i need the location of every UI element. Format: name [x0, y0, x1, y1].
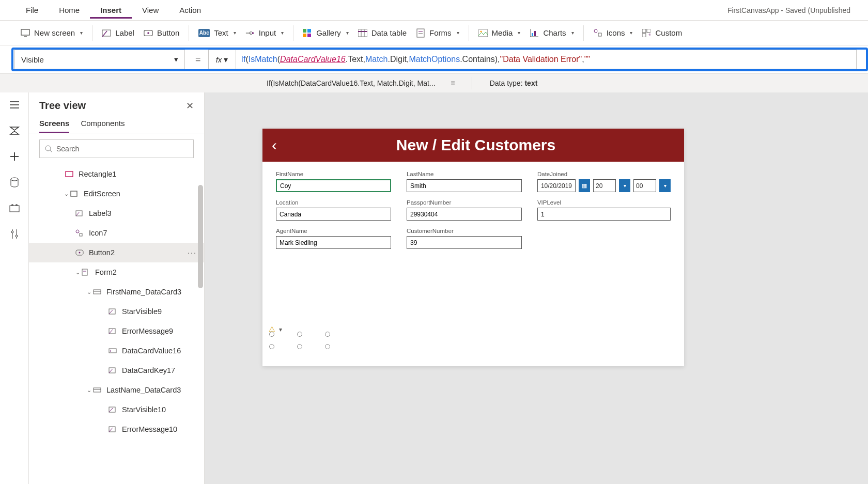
tree-node-starvisible9[interactable]: StarVisible9 — [29, 302, 204, 321]
scrollbar-thumb[interactable] — [198, 185, 203, 288]
tree-node-errormessage10[interactable]: ErrorMessage10 — [29, 419, 204, 439]
field-location: Location — [276, 199, 391, 221]
tree-node-label3[interactable]: Label3 — [29, 204, 204, 223]
custom-icon: + — [642, 28, 651, 38]
svg-point-43 — [11, 231, 13, 233]
close-pane-button[interactable]: ✕ — [186, 100, 194, 112]
calendar-icon[interactable]: ▦ — [579, 179, 590, 192]
caret-icon[interactable]: ⌄ — [85, 387, 93, 394]
tab-screens[interactable]: Screens — [39, 115, 69, 133]
forms-button[interactable]: Forms ▾ — [416, 28, 459, 38]
new-screen-button[interactable]: New screen ▾ — [21, 28, 83, 38]
resize-handle[interactable] — [297, 344, 302, 349]
gallery-button[interactable]: Gallery ▾ — [303, 28, 349, 38]
lastname-input[interactable] — [407, 179, 522, 192]
menu-view[interactable]: View — [132, 2, 169, 19]
caret-icon[interactable]: ⌄ — [62, 191, 70, 197]
icons-button[interactable]: Icons ▾ — [593, 28, 633, 38]
passport-input[interactable] — [407, 208, 522, 221]
node-type-icon — [75, 249, 86, 256]
insert-rail-button[interactable] — [7, 149, 22, 164]
tree-node-errormessage9[interactable]: ErrorMessage9 — [29, 321, 204, 341]
menu-insert[interactable]: Insert — [90, 2, 132, 19]
tree-node-datacardvalue16[interactable]: DataCardValue16 — [29, 341, 204, 361]
resize-handle[interactable] — [297, 332, 302, 337]
app-title: FirstCanvasApp - Saved (Unpublished — [727, 6, 853, 14]
input-btn-label: Input — [259, 28, 276, 37]
resize-handle[interactable] — [269, 344, 274, 349]
resize-handle[interactable] — [325, 332, 330, 337]
hour-select[interactable]: 20 — [593, 179, 616, 192]
tree-node-rectangle1[interactable]: Rectangle1 — [29, 164, 204, 184]
formula-input[interactable]: If(IsMatch(DataCardValue16.Text, Match.D… — [236, 50, 857, 69]
media-rail-button[interactable] — [7, 201, 22, 215]
design-canvas[interactable]: ‹ New / Edit Customers FirstName LastNam… — [205, 92, 868, 484]
tab-components[interactable]: Components — [81, 115, 125, 133]
resize-handle[interactable] — [325, 344, 330, 349]
search-input[interactable]: Search — [39, 139, 194, 158]
tree-node-starvisible10[interactable]: StarVisible10 — [29, 400, 204, 419]
media-icon — [478, 28, 488, 38]
svg-line-72 — [109, 428, 113, 432]
node-label: FirstName_DataCard3 — [106, 288, 181, 296]
menu-action[interactable]: Action — [169, 2, 211, 19]
custom-button[interactable]: + Custom — [642, 28, 682, 38]
tree-node-editscreen[interactable]: ⌄EditScreen — [29, 184, 204, 204]
tree-node-form2[interactable]: ⌄Form2 — [29, 262, 204, 282]
node-type-icon — [109, 426, 119, 432]
text-button[interactable]: Abc Text ▾ — [198, 28, 236, 37]
menu-home[interactable]: Home — [49, 2, 90, 19]
custnum-input[interactable] — [407, 236, 522, 249]
svg-line-60 — [109, 310, 113, 314]
node-label: DataCardValue16 — [122, 347, 181, 355]
node-label: DataCardKey17 — [122, 366, 175, 374]
advanced-rail-button[interactable] — [7, 227, 22, 241]
node-type-icon — [82, 269, 92, 276]
node-label: ErrorMessage9 — [122, 327, 173, 335]
svg-line-70 — [109, 408, 113, 412]
node-type-icon — [93, 387, 103, 393]
field-datejoined: DateJoined 10/20/2019 ▦ 20 ▾ 00 ▾ — [537, 171, 671, 192]
property-dropdown[interactable]: Visible ▾ — [14, 50, 185, 69]
viplevel-input[interactable] — [537, 208, 671, 221]
svg-line-50 — [76, 212, 80, 216]
menu-file[interactable]: File — [16, 2, 49, 19]
tree-node-datacardkey17[interactable]: DataCardKey17 — [29, 361, 204, 380]
tree-node-lastname_datacard3[interactable]: ⌄LastName_DataCard3 — [29, 380, 204, 400]
selection-rect[interactable] — [272, 334, 328, 347]
svg-point-44 — [16, 235, 18, 237]
firstname-input[interactable] — [276, 179, 391, 192]
svg-point-40 — [16, 205, 17, 206]
svg-line-62 — [109, 330, 113, 334]
menu-bar: File Home Insert View Action FirstCanvas… — [0, 0, 868, 21]
tree-node-icon7[interactable]: Icon7 — [29, 223, 204, 243]
minute-select[interactable]: 00 — [633, 179, 656, 192]
caret-icon[interactable]: ⌄ — [85, 289, 93, 295]
node-label: Rectangle1 — [79, 170, 116, 178]
data-rail-button[interactable] — [7, 175, 22, 190]
chevron-down-icon[interactable]: ▾ — [659, 179, 671, 192]
charts-button[interactable]: Charts ▾ — [530, 28, 574, 38]
formula-bar: Visible ▾ = fx ▾ If(IsMatch(DataCardValu… — [0, 45, 868, 74]
button-button[interactable]: Button — [144, 28, 179, 38]
tree-view-rail-button[interactable] — [7, 123, 22, 138]
location-input[interactable] — [276, 208, 391, 221]
tree-node-button2[interactable]: Button2··· — [29, 243, 204, 262]
hamburger-button[interactable] — [7, 98, 22, 112]
data-table-button[interactable]: Data table — [358, 28, 407, 38]
tree-node-firstname_datacard3[interactable]: ⌄FirstName_DataCard3 — [29, 282, 204, 302]
charts-icon — [530, 28, 539, 38]
fx-dropdown[interactable]: fx ▾ — [208, 50, 236, 69]
caret-icon[interactable]: ⌄ — [73, 269, 82, 276]
svg-rect-25 — [534, 31, 536, 36]
chevron-down-icon[interactable]: ▾ — [279, 326, 282, 333]
svg-rect-55 — [82, 269, 87, 275]
date-input[interactable]: 10/20/2019 — [537, 179, 576, 192]
chevron-down-icon[interactable]: ▾ — [619, 179, 630, 192]
media-button[interactable]: Media ▾ — [478, 28, 521, 38]
resize-handle[interactable] — [269, 332, 274, 337]
back-button[interactable]: ‹ — [272, 136, 277, 154]
input-button[interactable]: Input ▾ — [245, 28, 284, 38]
agentname-input[interactable] — [276, 236, 391, 249]
label-button[interactable]: Label — [102, 28, 134, 38]
